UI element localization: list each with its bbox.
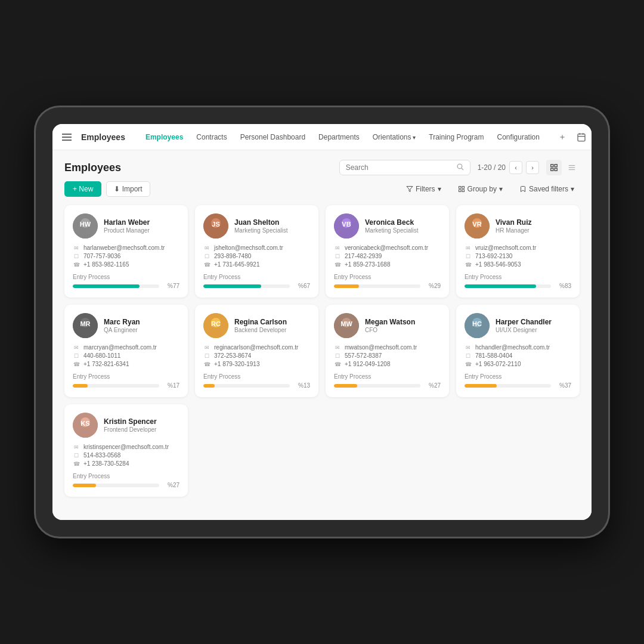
phone-icon: ☐ — [465, 353, 472, 359]
progress-bar-fill — [334, 384, 357, 388]
employee-name: Kristin Spencer — [104, 417, 157, 427]
employee-name: Regina Carlson — [234, 318, 287, 327]
email-row: ✉ jshelton@mechsoft.com.tr — [203, 244, 310, 251]
nav-item-orientations[interactable]: Orientations — [367, 131, 422, 144]
email-row: ✉ kristinspencer@mechsoft.com.tr — [73, 444, 179, 450]
filters-button[interactable]: Filters ▾ — [401, 182, 447, 196]
mobile-icon: ☎ — [334, 361, 341, 367]
progress-row: %83 — [465, 283, 571, 289]
progress-bar-bg — [73, 384, 159, 388]
employee-email: reginacarlson@mechsoft.com.tr — [214, 344, 298, 351]
svg-point-45 — [209, 329, 223, 338]
employee-card[interactable]: HC Harper Chandler UI/UX Designer ✉ hcha… — [456, 305, 580, 397]
email-icon: ✉ — [203, 345, 210, 351]
employee-role: Frontend Developer — [104, 426, 157, 433]
pagination-prev[interactable]: ‹ — [509, 161, 522, 174]
main-content: Employees 1-20 / 20 ‹ › — [52, 150, 592, 520]
nav-item-departments[interactable]: Departments — [312, 131, 366, 144]
employee-email: hchandler@mechsoft.com.tr — [475, 344, 550, 351]
employee-info: Megan Watson CFO — [365, 318, 415, 334]
progress-bar-fill — [203, 384, 215, 388]
phone-icon: ☐ — [465, 253, 472, 259]
svg-text:JS: JS — [212, 221, 219, 228]
email-icon: ✉ — [465, 345, 472, 351]
employee-name: Marc Ryan — [104, 318, 140, 327]
employee-avatar: RC — [203, 313, 228, 338]
progress-percentage: %17 — [164, 382, 179, 389]
nav-item-personel-dashboard[interactable]: Personel Dashboard — [234, 131, 311, 144]
employee-info: Kristin Spencer Frontend Developer — [104, 417, 157, 434]
hamburger-menu[interactable] — [62, 134, 72, 141]
employee-name: Vivan Ruiz — [496, 218, 531, 228]
progress-bar-fill — [203, 284, 261, 288]
progress-row: %27 — [334, 382, 441, 389]
employee-card[interactable]: KS Kristin Spencer Frontend Developer ✉ … — [64, 404, 188, 497]
nav-item-contracts[interactable]: Contracts — [190, 131, 233, 144]
employee-card[interactable]: VB Veronica Beck Marketing Specialist ✉ … — [326, 205, 449, 298]
saved-filters-button[interactable]: Saved filters ▾ — [514, 182, 580, 196]
employee-phone: 707-757-9036 — [83, 253, 120, 259]
card-details: ✉ harlanweber@mechsoft.com.tr ☐ 707-757-… — [73, 244, 179, 268]
nav-item-training-program[interactable]: Training Program — [423, 131, 490, 144]
calendar-icon[interactable] — [574, 130, 589, 144]
progress-percentage: %29 — [425, 283, 441, 289]
employee-card[interactable]: MR Marc Ryan QA Engineer ✉ marcryan@mech… — [64, 305, 188, 397]
progress-bar-fill — [334, 284, 359, 288]
email-row: ✉ veronicabeck@mechsoft.com.tr — [334, 244, 441, 251]
phone-icon: ☐ — [203, 353, 210, 359]
employee-card[interactable]: JS Juan Shelton Marketing Specialist ✉ j… — [195, 205, 318, 298]
svg-text:HW: HW — [80, 221, 91, 228]
import-button[interactable]: ⬇ Import — [106, 181, 150, 197]
nav-item-configuration[interactable]: Configuration — [491, 131, 546, 144]
search-input[interactable] — [346, 163, 453, 172]
tablet-screen: Employees EmployeesContractsPersonel Das… — [52, 124, 592, 520]
employee-info: Harlan Weber Product Manager — [104, 218, 150, 234]
mobile-icon: ☎ — [203, 262, 210, 268]
employee-email: harlanweber@mechsoft.com.tr — [83, 244, 165, 251]
pagination-next[interactable]: › — [526, 161, 539, 174]
progress-bar-fill — [73, 384, 88, 388]
employee-role: QA Engineer — [104, 327, 140, 333]
card-details: ✉ veronicabeck@mechsoft.com.tr ☐ 217-482… — [334, 244, 441, 268]
add-icon[interactable]: ＋ — [555, 130, 569, 144]
employee-email: kristinspencer@mechsoft.com.tr — [83, 444, 169, 450]
card-details: ✉ hchandler@mechsoft.com.tr ☐ 781-588-04… — [465, 344, 571, 367]
card-header: MR Marc Ryan QA Engineer — [73, 313, 179, 338]
pagination: 1-20 / 20 ‹ › — [478, 161, 539, 174]
toolbar-right: Filters ▾ Group by ▾ Saved filters ▾ — [401, 182, 580, 196]
progress-row: %27 — [73, 482, 179, 488]
employee-phone: 293-898-7480 — [214, 253, 251, 259]
employee-avatar: KS — [73, 413, 98, 438]
employee-info: Vivan Ruiz HR Manager — [496, 218, 531, 234]
new-employee-button[interactable]: + New — [64, 181, 101, 197]
employee-card[interactable]: HW Harlan Weber Product Manager ✉ harlan… — [64, 205, 188, 298]
svg-text:RC: RC — [211, 320, 221, 327]
employee-phone: 217-482-2939 — [345, 253, 382, 259]
progress-section: Entry Process %17 — [73, 373, 179, 389]
employee-card[interactable]: MW Megan Watson CFO ✉ mwatson@mechsoft.c… — [326, 305, 449, 397]
group-by-button[interactable]: Group by ▾ — [453, 182, 508, 196]
progress-percentage: %13 — [295, 382, 310, 389]
progress-bar-bg — [203, 384, 290, 388]
employee-card[interactable]: VR Vivan Ruiz HR Manager ✉ vruiz@mechsof… — [456, 205, 580, 298]
progress-section: Entry Process %37 — [465, 373, 571, 389]
svg-text:HC: HC — [472, 320, 482, 327]
list-view-btn[interactable] — [564, 160, 580, 175]
employee-mobile: +1 731-645-9921 — [214, 261, 259, 268]
employee-role: UI/UX Designer — [496, 327, 552, 333]
progress-bar-bg — [465, 284, 551, 288]
nav-item-employees[interactable]: Employees — [140, 131, 189, 144]
employee-mobile: +1 912-049-1208 — [345, 361, 390, 367]
employee-email: veronicabeck@mechsoft.com.tr — [345, 244, 428, 251]
employees-grid: HW Harlan Weber Product Manager ✉ harlan… — [64, 205, 580, 497]
progress-section: Entry Process %67 — [203, 274, 310, 289]
brand-title: Employees — [81, 132, 125, 142]
mobile-row: ☎ +1 983-546-9053 — [465, 261, 571, 268]
svg-point-37 — [470, 229, 484, 239]
employee-avatar: VB — [334, 213, 359, 239]
grid-view-btn[interactable] — [546, 160, 562, 175]
card-header: HC Harper Chandler UI/UX Designer — [465, 313, 571, 338]
svg-point-33 — [339, 229, 354, 239]
employee-card[interactable]: RC Regina Carlson Backend Developer ✉ re… — [195, 305, 318, 397]
employee-email: jshelton@mechsoft.com.tr — [214, 244, 283, 251]
